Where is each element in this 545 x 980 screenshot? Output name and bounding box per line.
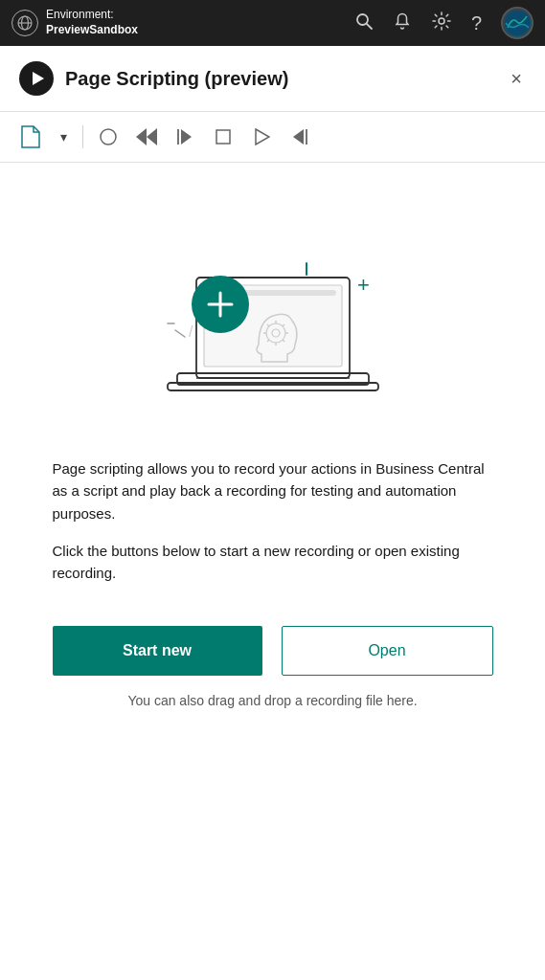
svg-line-40: [175, 330, 185, 337]
description-text-1: Page scripting allows you to record your…: [53, 457, 493, 524]
svg-text:+: +: [357, 273, 370, 297]
play-button-icon: [19, 61, 54, 96]
svg-line-4: [367, 23, 372, 28]
environment-info: Environment: PreviewSandbox: [11, 8, 339, 37]
user-avatar[interactable]: [501, 7, 534, 39]
environment-icon: [11, 10, 38, 36]
close-button[interactable]: ×: [507, 64, 526, 94]
illustration: + /: [120, 182, 426, 431]
topbar-icons: ?: [354, 7, 534, 39]
svg-marker-14: [256, 129, 269, 145]
stop-button[interactable]: [206, 120, 240, 154]
search-icon[interactable]: [354, 11, 374, 35]
environment-text: Environment: PreviewSandbox: [46, 8, 138, 37]
description-text-2: Click the buttons below to start a new r…: [53, 540, 493, 585]
page-scripting-panel: Page Scripting (preview) × ▾: [0, 46, 545, 980]
env-label: Environment:: [46, 8, 138, 23]
dropdown-button[interactable]: ▾: [52, 120, 75, 154]
prev-button[interactable]: [168, 120, 202, 154]
panel-title: Page Scripting (preview): [65, 68, 495, 90]
main-content: + / Page scripting allows you to record …: [0, 163, 545, 980]
svg-text:/: /: [189, 323, 193, 340]
svg-rect-24: [233, 290, 336, 296]
drag-drop-hint: You can also drag and drop a recording f…: [127, 693, 417, 708]
end-button[interactable]: [283, 120, 317, 154]
svg-rect-13: [216, 130, 230, 144]
settings-icon[interactable]: [431, 11, 452, 36]
svg-point-8: [101, 129, 116, 145]
rewind-button[interactable]: [129, 120, 164, 154]
help-icon[interactable]: ?: [471, 12, 482, 34]
svg-point-5: [439, 18, 444, 24]
env-name: PreviewSandbox: [46, 23, 138, 38]
svg-marker-16: [293, 129, 304, 145]
panel-header: Page Scripting (preview) ×: [0, 46, 545, 112]
scripting-toolbar: ▾: [0, 112, 545, 163]
start-new-button[interactable]: Start new: [53, 626, 262, 676]
record-button[interactable]: [91, 120, 125, 154]
toolbar-divider: [82, 125, 83, 148]
topbar: Environment: PreviewSandbox ?: [0, 0, 545, 46]
description-block: Page scripting allows you to record your…: [53, 457, 493, 584]
open-button[interactable]: Open: [282, 626, 493, 676]
new-document-button[interactable]: [13, 120, 48, 154]
svg-marker-12: [181, 129, 192, 145]
svg-marker-10: [136, 128, 147, 145]
svg-marker-9: [147, 128, 157, 145]
bell-icon[interactable]: [393, 11, 412, 35]
action-buttons: Start new Open: [53, 626, 493, 676]
play-button[interactable]: [244, 120, 279, 154]
